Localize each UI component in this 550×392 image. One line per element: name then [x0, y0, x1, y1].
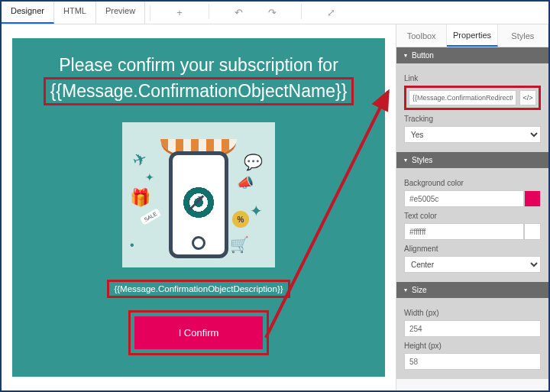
collapse-button[interactable]: ⤢	[322, 4, 340, 22]
confirm-button[interactable]: I Confirm	[134, 316, 264, 349]
toolbar: + ↶ ↷ ⤢	[170, 4, 340, 22]
bgcolor-swatch[interactable]	[524, 190, 541, 207]
cart-icon: 🛒	[230, 235, 249, 254]
side-panel: Toolbox Properties Styles ▾ Button Link …	[396, 24, 548, 390]
body: Please confirm your subscription for {{M…	[2, 24, 548, 390]
macro-object-name[interactable]: {{Message.ConfirmationObjectName}}	[50, 81, 348, 101]
caret-down-icon: ▾	[404, 287, 407, 293]
tracking-label: Tracking	[404, 115, 541, 123]
section-title: Size	[412, 286, 426, 294]
link-label: Link	[404, 74, 541, 83]
chat-icon: 💬	[244, 153, 263, 171]
canvas-area: Please confirm your subscription for {{M…	[2, 24, 396, 390]
link-input[interactable]	[409, 90, 516, 105]
percent-badge-icon: %	[232, 211, 249, 228]
macro-object-description[interactable]: {{Message.ConfirmationObjectDescription}…	[114, 284, 283, 293]
textcolor-label: Text color	[404, 212, 541, 220]
hero-image[interactable]: ✈ ✦ 🎁 SALE • 💬 📣 ✦ % 🛒	[122, 122, 275, 267]
target-icon	[182, 186, 215, 219]
dot-decor-icon: •	[130, 238, 134, 252]
megaphone-icon: 📣	[237, 174, 254, 191]
tab-styles[interactable]: Styles	[498, 24, 548, 47]
app-frame: Designer HTML Preview + ↶ ↷ ⤢ Please con…	[0, 0, 550, 392]
width-label: Width (px)	[404, 309, 541, 317]
alignment-label: Alignment	[404, 245, 541, 253]
side-tabs: Toolbox Properties Styles	[396, 24, 548, 47]
paperplane-icon: ✈	[130, 148, 150, 172]
code-icon: </>	[522, 94, 532, 102]
section-header-size[interactable]: ▾ Size	[396, 282, 548, 298]
sale-tag-icon: SALE	[140, 208, 161, 225]
gift-icon: 🎁	[130, 188, 150, 208]
textcolor-swatch[interactable]	[524, 223, 541, 240]
bgcolor-label: Background color	[404, 179, 541, 187]
mode-tabs: Designer HTML Preview	[2, 2, 145, 24]
tab-properties[interactable]: Properties	[447, 24, 497, 47]
redo-icon: ↷	[268, 7, 277, 18]
height-input[interactable]	[404, 353, 541, 370]
macro-object-name-highlight: {{Message.ConfirmationObjectName}}	[44, 77, 354, 105]
tab-designer[interactable]: Designer	[2, 2, 54, 24]
collapse-icon: ⤢	[327, 7, 335, 18]
plus-decor-icon: ✦	[145, 171, 154, 183]
separator	[150, 5, 150, 21]
height-label: Height (px)	[404, 342, 541, 350]
separator	[301, 4, 302, 19]
bgcolor-input[interactable]	[404, 190, 524, 207]
headline-text: Please confirm your subscription for	[32, 55, 365, 76]
link-field-highlight: </>	[404, 86, 541, 110]
phone-icon	[169, 151, 228, 258]
tab-html[interactable]: HTML	[54, 2, 96, 24]
section-header-styles[interactable]: ▾ Styles	[396, 152, 548, 168]
email-canvas[interactable]: Please confirm your subscription for {{M…	[12, 38, 385, 377]
topbar: Designer HTML Preview + ↶ ↷ ⤢	[2, 2, 548, 24]
section-title: Styles	[412, 156, 432, 164]
textcolor-input[interactable]	[404, 223, 524, 240]
section-body-styles: Background color Text color Alignment Ce…	[396, 168, 548, 282]
section-body-button: Link </> Tracking Yes	[396, 63, 548, 152]
tab-toolbox[interactable]: Toolbox	[396, 24, 447, 47]
section-header-button[interactable]: ▾ Button	[396, 47, 548, 63]
alignment-select[interactable]: Center	[404, 256, 541, 273]
plus-decor-icon: ✦	[250, 202, 263, 220]
undo-button[interactable]: ↶	[229, 4, 247, 22]
separator	[209, 4, 209, 19]
tracking-select[interactable]: Yes	[404, 126, 541, 143]
caret-down-icon: ▾	[404, 52, 407, 59]
macro-picker-button[interactable]: </>	[519, 90, 536, 105]
confirm-button-highlight: I Confirm	[128, 310, 270, 355]
undo-icon: ↶	[235, 7, 243, 18]
plus-icon: +	[176, 7, 183, 18]
tab-preview[interactable]: Preview	[96, 2, 145, 24]
macro-object-description-highlight: {{Message.ConfirmationObjectDescription}…	[107, 280, 290, 298]
section-body-size: Width (px) Height (px)	[396, 298, 548, 379]
redo-button[interactable]: ↷	[263, 4, 281, 22]
caret-down-icon: ▾	[404, 157, 407, 164]
section-title: Button	[412, 51, 434, 60]
width-input[interactable]	[404, 320, 541, 337]
add-button[interactable]: +	[170, 4, 189, 22]
